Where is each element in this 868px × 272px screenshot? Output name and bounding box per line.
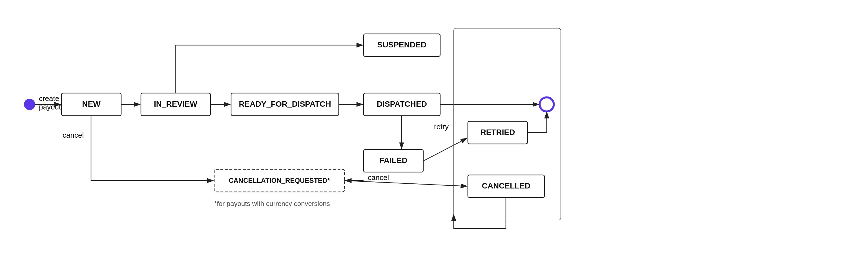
arrow-inreview-to-suspended	[175, 45, 363, 93]
node-canc-req-label: CANCELLATION_REQUESTED*	[228, 176, 330, 184]
node-suspended-label: SUSPENDED	[377, 40, 426, 49]
node-retried-label: RETRIED	[480, 128, 515, 137]
arrow-new-cancel-to-canc-req	[91, 116, 213, 181]
start-dot	[24, 99, 35, 110]
node-new-label: NEW	[82, 100, 101, 108]
arrow-failed-to-retried	[424, 138, 467, 161]
node-dispatched-label: DISPATCHED	[377, 100, 427, 108]
create-payout-label2: payout	[39, 103, 61, 111]
create-payout-label: create	[39, 94, 59, 103]
node-failed-label: FAILED	[379, 156, 407, 165]
node-ready-label: READY_FOR_DISPATCH	[239, 100, 331, 108]
cancel-new-label: cancel	[63, 131, 84, 139]
retry-label: retry	[434, 123, 448, 131]
node-inreview-label: IN_REVIEW	[154, 100, 197, 108]
cancel-failed-label: cancel	[368, 173, 389, 182]
arrow-retried-to-end	[527, 112, 547, 133]
arrow-canc-req-to-cancelled	[344, 181, 467, 186]
node-cancelled-label: CANCELLED	[482, 182, 531, 190]
arrow-cancelled-loop	[454, 197, 506, 228]
diagram-container: create payout NEW IN_REVIEW READY_FOR_DI…	[0, 0, 868, 272]
diagram-svg: create payout NEW IN_REVIEW READY_FOR_DI…	[0, 0, 868, 272]
end-dot	[540, 97, 554, 111]
footnote-text: *for payouts with currency conversions	[214, 200, 330, 208]
